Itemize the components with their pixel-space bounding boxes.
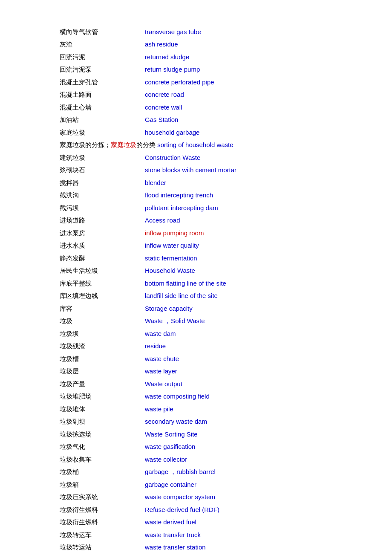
chinese-term: 回流污泥 bbox=[60, 51, 145, 64]
glossary-row: 进场道路Access road bbox=[60, 214, 341, 227]
glossary-row: 垃圾收集车waste collector bbox=[60, 453, 341, 466]
chinese-term: 垃圾坝 bbox=[60, 327, 145, 340]
chinese-term: 加油站 bbox=[60, 114, 145, 127]
glossary-row: 垃圾气化waste gasification bbox=[60, 441, 341, 454]
chinese-term: 横向导气软管 bbox=[60, 26, 145, 38]
chinese-term: 垃圾残渣 bbox=[60, 340, 145, 353]
chinese-term: 混凝土穿孔管 bbox=[60, 76, 145, 89]
english-term: inflow pumping room bbox=[145, 227, 341, 240]
english-term: waste composting field bbox=[145, 390, 341, 403]
glossary-row: 回流污泥泵return sludge pump bbox=[60, 64, 341, 76]
glossary-table: 横向导气软管transverse gas tube灰渣ash residue回流… bbox=[60, 26, 341, 555]
glossary-row: 横向导气软管transverse gas tube bbox=[60, 26, 341, 38]
chinese-term: 灰渣 bbox=[60, 38, 145, 51]
glossary-row: 垃圾转运车waste transfer truck bbox=[60, 529, 341, 541]
glossary-row: 建筑垃圾Construction Waste bbox=[60, 151, 341, 164]
chinese-term: 库底平整线 bbox=[60, 277, 145, 290]
chinese-term: 混凝土路面 bbox=[60, 89, 145, 101]
english-term: stone blocks with cement mortar bbox=[145, 164, 341, 177]
english-term: waste dam bbox=[145, 327, 341, 340]
glossary-row: 垃圾桶garbage ，rubbish barrel bbox=[60, 466, 341, 479]
chinese-term: 回流污泥泵 bbox=[60, 64, 145, 76]
chinese-term: 进水泵房 bbox=[60, 227, 145, 240]
glossary-row: 垃圾衍生燃料waste derived fuel bbox=[60, 516, 341, 529]
english-term: transverse gas tube bbox=[145, 26, 341, 38]
chinese-term: 静态发酵 bbox=[60, 252, 145, 265]
glossary-row: 库底平整线bottom flatting line of the site bbox=[60, 277, 341, 290]
chinese-term: 搅拌器 bbox=[60, 176, 145, 189]
chinese-term: 垃圾压实系统 bbox=[60, 491, 145, 504]
glossary-row: 垃圾箱garbage container bbox=[60, 478, 341, 491]
glossary-row: 静态发酵static fermentation bbox=[60, 252, 341, 265]
glossary-row: 进水泵房inflow pumping room bbox=[60, 227, 341, 240]
english-term: inflow water quality bbox=[145, 240, 341, 252]
glossary-row: 混凝土穿孔管concrete perforated pipe bbox=[60, 76, 341, 89]
chinese-term: 垃圾衍生燃料 bbox=[60, 516, 145, 529]
glossary-row: 回流污泥returned sludge bbox=[60, 51, 341, 64]
chinese-term: 截污坝 bbox=[60, 202, 145, 214]
chinese-term: 垃圾堆肥场 bbox=[60, 390, 145, 403]
english-term: waste chute bbox=[145, 353, 341, 365]
chinese-term: 建筑垃圾 bbox=[60, 151, 145, 164]
chinese-term: 垃圾槽 bbox=[60, 353, 145, 365]
chinese-term: 垃圾堆体 bbox=[60, 403, 145, 416]
chinese-term: 库区填埋边线 bbox=[60, 290, 145, 303]
chinese-term: 垃圾层 bbox=[60, 365, 145, 378]
english-term: return sludge pump bbox=[145, 64, 341, 76]
glossary-row: 垃圾堆体waste pile bbox=[60, 403, 341, 416]
glossary-row: 浆砌块石stone blocks with cement mortar bbox=[60, 164, 341, 177]
glossary-row: 垃圾残渣residue bbox=[60, 340, 341, 353]
english-term: waste compactor system bbox=[145, 491, 341, 504]
english-term: household garbage bbox=[145, 126, 341, 139]
english-term: static fermentation bbox=[145, 252, 341, 265]
english-term: concrete road bbox=[145, 89, 341, 101]
english-term: Refuse-derived fuel (RDF) bbox=[145, 503, 341, 516]
glossary-row: 垃圾副坝secondary waste dam bbox=[60, 416, 341, 428]
mixed-entry: 家庭垃圾的分拣；家庭垃圾的分类 sorting of household was… bbox=[60, 139, 341, 152]
chinese-term: 垃圾 bbox=[60, 315, 145, 328]
chinese-term: 家庭垃圾 bbox=[60, 126, 145, 139]
glossary-row: 混凝土路面concrete road bbox=[60, 89, 341, 101]
english-term: concrete perforated pipe bbox=[145, 76, 341, 89]
glossary-row: 混凝土心墙concrete wall bbox=[60, 101, 341, 114]
english-term: waste layer bbox=[145, 365, 341, 378]
english-term: Waste ，Solid Waste bbox=[145, 315, 341, 328]
english-term: bottom flatting line of the site bbox=[145, 277, 341, 290]
english-term: Waste Sorting Site bbox=[145, 428, 341, 441]
chinese-term: 截洪沟 bbox=[60, 189, 145, 202]
english-term: garbage ，rubbish barrel bbox=[145, 466, 341, 479]
glossary-row: 加油站Gas Station bbox=[60, 114, 341, 127]
chinese-term: 垃圾衍生燃料 bbox=[60, 503, 145, 516]
english-term: Waste output bbox=[145, 378, 341, 390]
chinese-term: 垃圾产量 bbox=[60, 378, 145, 390]
glossary-row: 垃圾槽waste chute bbox=[60, 353, 341, 365]
english-term: waste pile bbox=[145, 403, 341, 416]
glossary-row: 居民生活垃圾Household Waste bbox=[60, 265, 341, 278]
english-term: waste derived fuel bbox=[145, 516, 341, 529]
chinese-term: 进场道路 bbox=[60, 214, 145, 227]
glossary-row: 垃圾Waste ，Solid Waste bbox=[60, 315, 341, 328]
english-term: Access road bbox=[145, 214, 341, 227]
english-term: Household Waste bbox=[145, 265, 341, 278]
english-term: pollutant intercepting dam bbox=[145, 202, 341, 214]
glossary-row: 垃圾堆肥场waste composting field bbox=[60, 390, 341, 403]
glossary-row: 库区填埋边线landfill side line of the site bbox=[60, 290, 341, 303]
english-term: residue bbox=[145, 340, 341, 353]
glossary-row: 垃圾压实系统waste compactor system bbox=[60, 491, 341, 504]
glossary-row: 进水水质inflow water quality bbox=[60, 240, 341, 252]
chinese-term: 居民生活垃圾 bbox=[60, 265, 145, 278]
glossary-row: 库容Storage capacity bbox=[60, 302, 341, 315]
english-term: concrete wall bbox=[145, 101, 341, 114]
chinese-term: 垃圾拣选场 bbox=[60, 428, 145, 441]
glossary-row: 垃圾层waste layer bbox=[60, 365, 341, 378]
glossary-row: 垃圾产量Waste output bbox=[60, 378, 341, 390]
english-term: waste transfer station bbox=[145, 541, 341, 554]
chinese-term: 库容 bbox=[60, 302, 145, 315]
glossary-row: 垃圾转运站waste transfer station bbox=[60, 541, 341, 554]
chinese-term: 进水水质 bbox=[60, 240, 145, 252]
chinese-term: 垃圾箱 bbox=[60, 478, 145, 491]
english-term: waste transfer truck bbox=[145, 529, 341, 541]
chinese-term: 垃圾气化 bbox=[60, 441, 145, 454]
chinese-term: 垃圾转运站 bbox=[60, 541, 145, 554]
glossary-row: 垃圾拣选场Waste Sorting Site bbox=[60, 428, 341, 441]
